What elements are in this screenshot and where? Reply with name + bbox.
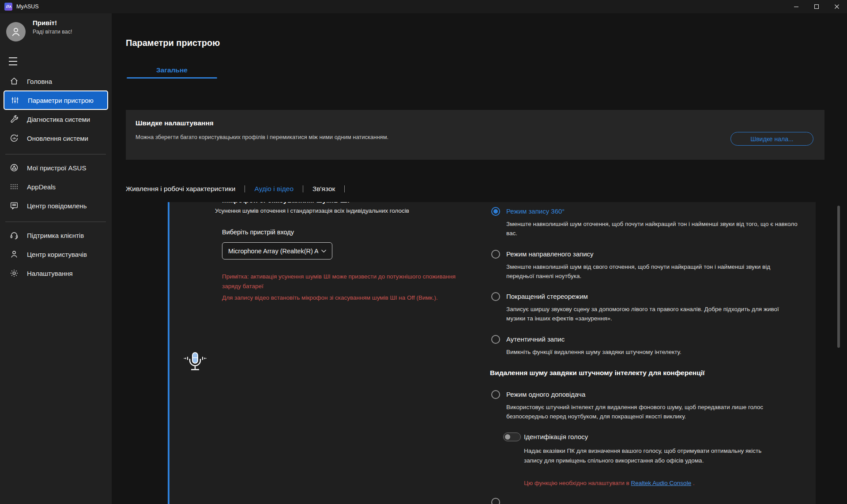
close-icon	[834, 4, 839, 9]
battery-note: Примітка: активація усунення шумів ШІ мо…	[222, 272, 464, 291]
realtek-note-prefix: Цю функцію необхідно налаштувати в	[524, 480, 629, 486]
radio-icon[interactable]	[491, 292, 500, 301]
tab-general[interactable]: Загальне	[127, 66, 217, 74]
sliders-icon	[10, 95, 20, 105]
subtab-separator	[303, 185, 303, 192]
radio-option-360-recording[interactable]: Режим запису 360° Зменште навколишній шу…	[491, 207, 799, 238]
subtab-separator	[245, 185, 245, 192]
close-button[interactable]	[827, 0, 847, 13]
maximize-icon	[814, 4, 819, 9]
sidebar-item-label: Центр користувачів	[27, 251, 87, 258]
headset-icon	[9, 230, 19, 240]
minimize-button[interactable]	[786, 0, 806, 13]
voice-identification-toggle[interactable]	[503, 433, 521, 441]
sidebar-item-my-asus-devices[interactable]: Мої пристрої ASUS	[4, 158, 108, 177]
app-title: MyASUS	[16, 4, 39, 10]
radio-option-enhanced-stereo[interactable]: Покращений стереорежим Записує ширшу зву…	[491, 292, 799, 323]
quick-settings-button[interactable]: Швидке нала...	[730, 132, 813, 146]
input-device-dropdown[interactable]: Microphone Array (Realtek(R) Audio)	[222, 242, 332, 260]
person-icon	[9, 25, 23, 38]
sidebar-divider	[5, 154, 106, 154]
radio-option-description: Вимкніть функції видалення шуму завдяки …	[506, 348, 799, 357]
mic-section-subtitle: Усунення шумів оточення і стандартизація…	[215, 207, 409, 214]
hamburger-menu-button[interactable]	[9, 57, 19, 65]
greeting-title: Привіт!	[33, 19, 57, 26]
titlebar: MyASUS	[0, 0, 847, 13]
subtab-connectivity[interactable]: Зв'язок	[312, 185, 335, 193]
radio-icon-partially-visible[interactable]	[491, 498, 500, 504]
sidebar-item-home[interactable]: Головна	[4, 72, 108, 90]
quick-settings-title: Швидке налаштування	[136, 119, 214, 127]
quick-settings-description: Можна зберегти багато користувацьких про…	[136, 134, 388, 140]
update-icon	[9, 133, 19, 143]
wrench-icon	[9, 114, 19, 124]
sidebar-item-customer-support[interactable]: Підтримка клієнтів	[4, 226, 108, 244]
radio-selected-icon[interactable]	[491, 207, 500, 216]
asus-device-icon	[9, 163, 19, 173]
voice-identification-description: Надає вказівки ПК для визначення вашого …	[524, 446, 771, 465]
radio-icon[interactable]	[491, 390, 500, 399]
radio-option-directional-recording[interactable]: Режим направленого запису Зменште навкол…	[491, 250, 799, 281]
radio-option-label: Покращений стереорежим	[506, 292, 799, 301]
page-title: Параметри пристрою	[126, 38, 220, 48]
realtek-note: Цю функцію необхідно налаштувати в Realt…	[524, 480, 695, 486]
subtab-audio-video[interactable]: Аудіо і відео	[254, 185, 294, 193]
mic-section-heading-clipped: Мікрофон зі скасуванням шумів ШІ	[222, 202, 350, 205]
radio-option-single-presenter[interactable]: Режим одного доповідача Використовує шту…	[491, 390, 799, 421]
radio-option-description: Зменште навколишній шум оточення, щоб по…	[506, 220, 799, 238]
sidebar-item-label: Діагностика системи	[27, 116, 90, 123]
sidebar-item-system-diagnosis[interactable]: Діагностика системи	[4, 110, 108, 128]
radio-option-description: Використовує штучний інтелект для видале…	[506, 403, 799, 421]
gear-icon	[9, 268, 19, 278]
radio-option-label: Режим одного доповідача	[506, 390, 799, 399]
message-icon	[9, 201, 19, 211]
toggle-knob	[505, 434, 510, 440]
radio-option-label: Режим запису 360°	[506, 207, 799, 216]
voice-identification-label: Ідентифікація голосу	[524, 432, 774, 442]
appdeals-grid-icon	[9, 182, 19, 192]
home-icon	[9, 76, 19, 86]
maximize-button[interactable]	[806, 0, 827, 13]
radio-icon[interactable]	[491, 250, 500, 259]
sidebar-item-label: Оновлення системи	[27, 135, 88, 142]
input-device-value: Microphone Array (Realtek(R) Audio)	[228, 248, 318, 255]
sidebar-item-label: Мої пристрої ASUS	[27, 164, 86, 172]
radio-option-authentic-recording[interactable]: Аутентичний запис Вимкніть функції видал…	[491, 335, 799, 357]
sidebar-item-label: Головна	[27, 78, 52, 85]
sidebar-item-message-center[interactable]: Центр повідомлень	[4, 196, 108, 215]
sidebar-item-settings[interactable]: Налаштування	[4, 264, 108, 282]
subtab-separator	[344, 185, 345, 192]
sidebar-item-label: Підтримка клієнтів	[27, 232, 84, 239]
sidebar-item-appdeals[interactable]: AppDeals	[4, 177, 108, 196]
user-icon	[9, 249, 19, 259]
avatar[interactable]	[6, 22, 26, 41]
tab-active-underline	[127, 77, 217, 79]
sidebar-divider	[5, 222, 106, 222]
input-device-label: Виберіть пристрій входу	[222, 229, 294, 236]
minimize-icon	[794, 4, 799, 9]
radio-icon[interactable]	[491, 498, 500, 504]
radio-option-description: Записує ширшу звукову сцену за допомогою…	[506, 305, 799, 323]
sidebar-item-label: Параметри пристрою	[28, 97, 94, 104]
radio-option-label: Аутентичний запис	[506, 335, 799, 344]
greeting-subtitle: Раді вітати вас!	[33, 29, 72, 35]
myasus-window: MyASUS Привіт! Раді вітати вас! Головна	[0, 0, 847, 504]
subtab-power-performance[interactable]: Живлення і робочі характеристики	[126, 185, 235, 193]
subtab-bar: Живлення і робочі характеристики Аудіо і…	[126, 184, 354, 194]
sidebar-item-label: AppDeals	[27, 183, 56, 191]
sidebar-item-user-center[interactable]: Центр користувачів	[4, 245, 108, 263]
radio-icon[interactable]	[491, 335, 500, 344]
vertical-scrollbar-thumb[interactable]	[837, 206, 840, 348]
audio-settings-panel: Мікрофон зі скасуванням шумів ШІ Усуненн…	[168, 202, 816, 504]
window-controls	[786, 0, 847, 13]
radio-option-label: Режим направленого запису	[506, 250, 799, 259]
chevron-down-icon	[320, 247, 328, 255]
sidebar-item-device-settings[interactable]: Параметри пристрою	[4, 90, 108, 110]
realtek-audio-console-link[interactable]: Realtek Audio Console	[631, 480, 692, 486]
sidebar-item-system-update[interactable]: Оновлення системи	[4, 129, 108, 147]
sidebar: Привіт! Раді вітати вас! Головна Парамет…	[0, 13, 112, 504]
microphone-icon	[184, 351, 207, 373]
myasus-logo-icon	[4, 3, 12, 11]
voice-identification-block: Ідентифікація голосу Надає вказівки ПК д…	[503, 432, 774, 465]
sidebar-item-label: Налаштування	[27, 270, 73, 277]
